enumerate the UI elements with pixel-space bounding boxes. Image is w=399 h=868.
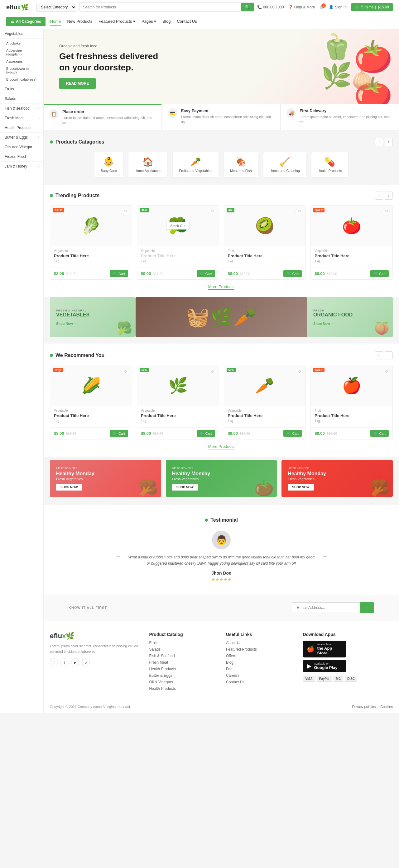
prev-arrow[interactable]: ‹ <box>375 138 383 146</box>
sidebar-sub-aubergine[interactable]: Aubergine (eggplant) <box>0 47 43 58</box>
wishlist-button[interactable]: ♡ <box>382 368 390 375</box>
category-select[interactable]: Select Category <box>36 3 76 11</box>
add-to-cart-button[interactable]: 🛒 Cart <box>110 430 128 437</box>
sidebar-sub-asparagus[interactable]: Asparagus <box>0 58 43 65</box>
cat-item-home-appliances[interactable]: 🏠 Home Appliances <box>128 152 168 178</box>
sidebar-item-health[interactable]: Health Products › <box>0 123 43 133</box>
hero-read-more-button[interactable]: READ MORE <box>59 78 96 89</box>
sidebar-item-salads[interactable]: Salads <box>0 94 43 104</box>
sidebar-item-fruits[interactable]: Fruits › <box>0 84 43 94</box>
pinterest-icon[interactable]: p <box>82 658 90 666</box>
footer-link-contact[interactable]: Contact Us <box>226 680 293 684</box>
footer-link-fruits[interactable]: Fruits <box>149 641 217 645</box>
add-to-cart-button[interactable]: 🛒 Cart <box>370 430 389 437</box>
wishlist-button[interactable]: ♡ <box>209 208 216 216</box>
footer-link-health2[interactable]: Health Products <box>149 686 217 691</box>
cat-item-fruits-veg[interactable]: 🥕 Fruits and Vegetables <box>172 152 219 178</box>
signin-button[interactable]: 👤 Sign In <box>329 5 346 9</box>
add-to-cart-button[interactable]: 🛒 Cart <box>197 270 215 277</box>
cat-item-home-cleaning[interactable]: 🧹 Home and Cleaning <box>263 152 307 178</box>
footer-link-fish[interactable]: Fish & Seafood <box>149 654 217 658</box>
footer-link-featured[interactable]: Featured Products <box>226 647 293 652</box>
cat-label: Baby Care <box>101 169 117 173</box>
nav-home[interactable]: Home <box>50 18 61 26</box>
footer-link-faq[interactable]: Faq <box>226 667 293 671</box>
search-button[interactable]: 🔍 <box>241 3 254 11</box>
price-old: $11.00 <box>153 272 163 276</box>
cat-item-meat-fish[interactable]: 🍖 Meat and Fish <box>224 152 258 178</box>
footer-link-oils[interactable]: Oil & Vinegars <box>149 680 217 684</box>
wishlist-button[interactable]: ♡ <box>122 368 130 375</box>
sidebar-item-vegetables[interactable]: Vegetables › <box>0 29 43 39</box>
footer-link-salads[interactable]: Salads <box>149 647 217 652</box>
sidebar-sub-artichoke[interactable]: Artichoke <box>0 40 43 47</box>
cart-button[interactable]: 🛒 5 Items | $15.00 <box>351 3 393 11</box>
add-to-cart-button[interactable]: 🛒 Cart <box>283 430 302 437</box>
wishlist-button[interactable]: ♡ <box>209 368 216 375</box>
footer-link-meat[interactable]: Fresh Meat <box>149 660 217 664</box>
cat-label: Fruits and Vegetables <box>179 169 212 173</box>
more-products-button[interactable]: More Products <box>208 284 235 290</box>
sidebar-sub-broccotower[interactable]: Broccotower (a hybrid) <box>0 65 43 76</box>
product-price: $8.00 $10.00 <box>141 431 163 436</box>
prev-arrow[interactable]: ‹ <box>375 191 383 199</box>
prev-arrow[interactable]: ‹ <box>375 351 383 360</box>
footer-catalog-col: Product Catalog Fruits Salads Fish & Sea… <box>149 632 217 693</box>
testimonial-prev-arrow[interactable]: ← <box>112 552 124 561</box>
price-current: $9.00 <box>141 271 151 276</box>
privacy-policy-link[interactable]: Privacy policies <box>352 705 376 709</box>
nav-blog[interactable]: Blog <box>163 18 171 26</box>
search-input[interactable] <box>80 3 241 11</box>
newsletter-label: KNOW IT ALL FIRST <box>68 606 107 610</box>
sidebar-item-fish[interactable]: Fish & seafood › <box>0 104 43 113</box>
app-store-badge[interactable]: 🍎 Available on the App Store <box>303 641 346 657</box>
newsletter-email-input[interactable] <box>292 602 360 613</box>
facebook-icon[interactable]: f <box>50 658 58 666</box>
promo-shop-button[interactable]: SHOP NOW <box>288 484 314 491</box>
cookies-link[interactable]: Cookies <box>380 705 393 709</box>
nav-new-products[interactable]: New Products <box>67 18 92 26</box>
testimonial-next-arrow[interactable]: → <box>319 552 331 561</box>
nav-contact[interactable]: Contact Us <box>177 18 197 26</box>
nav-featured-products[interactable]: Featured Products ▾ <box>98 18 135 26</box>
next-arrow[interactable]: › <box>384 138 393 146</box>
youtube-icon[interactable]: ▶ <box>71 658 79 666</box>
sidebar-item-fresh-meat[interactable]: Fresh Meat › <box>0 113 43 123</box>
add-to-cart-button[interactable]: 🛒 Cart <box>197 430 215 437</box>
cat-item-baby-care[interactable]: 👶 Baby Care <box>94 152 123 178</box>
footer-link-health[interactable]: Health Products <box>149 667 217 671</box>
notification-bell[interactable]: 🛒 1 <box>319 5 324 9</box>
add-to-cart-button[interactable]: 🛒 Cart <box>283 270 302 277</box>
promo-shop-button[interactable]: SHOP NOW <box>56 484 82 491</box>
all-categories-button[interactable]: ☰ All Categories <box>6 17 46 26</box>
recommend-section: We Recommend You ‹ › Only ♡ 🌽 Vegetable … <box>44 343 399 457</box>
add-to-cart-button[interactable]: 🛒 Cart <box>110 270 128 277</box>
newsletter-submit-button[interactable]: → <box>360 602 374 613</box>
nav-pages[interactable]: Pages ▾ <box>142 18 156 26</box>
add-to-cart-button[interactable]: 🛒 Cart <box>370 270 389 277</box>
sidebar-item-butter[interactable]: Butter & Eggs › <box>0 133 43 142</box>
wishlist-button[interactable]: ♡ <box>382 208 390 216</box>
next-arrow[interactable]: › <box>384 191 393 199</box>
footer-link-butter[interactable]: Butter & Eggs <box>149 673 217 678</box>
wishlist-button[interactable]: ♡ <box>122 208 130 216</box>
sidebar-sub-broccoli[interactable]: Broccoli (calabrese) <box>0 76 43 83</box>
sidebar-item-oils[interactable]: Oils and Vinegar <box>0 142 43 152</box>
more-products-button[interactable]: More Products <box>208 444 235 450</box>
footer-link-about[interactable]: About Us <box>226 641 293 645</box>
product-info: Vegetable Product Title Here 1kg <box>50 406 132 427</box>
help-link[interactable]: ❓ Help & More <box>288 5 315 9</box>
next-arrow[interactable]: › <box>384 351 393 360</box>
sidebar-item-jam[interactable]: Jam & Honey › <box>0 162 43 171</box>
play-store-badge[interactable]: ▶ Available on Google Play <box>303 660 346 672</box>
cat-item-health-products[interactable]: 💊 Health Products <box>311 152 348 178</box>
promo-shop-button[interactable]: SHOP NOW <box>172 484 198 491</box>
testimonial-stars: ★★★★★ <box>128 577 315 582</box>
twitter-icon[interactable]: t <box>60 658 68 666</box>
product-price: $8.00 $10.00 <box>228 431 250 436</box>
footer-link-offers[interactable]: Offers <box>226 654 293 658</box>
footer-link-blog[interactable]: Blog <box>226 660 293 664</box>
top-right-actions: 📞 000 000 000 ❓ Help & More 🛒 1 👤 Sign I… <box>257 3 393 11</box>
sidebar-item-frozen[interactable]: Frozen Food › <box>0 152 43 162</box>
footer-link-careers[interactable]: Careers <box>226 673 293 678</box>
